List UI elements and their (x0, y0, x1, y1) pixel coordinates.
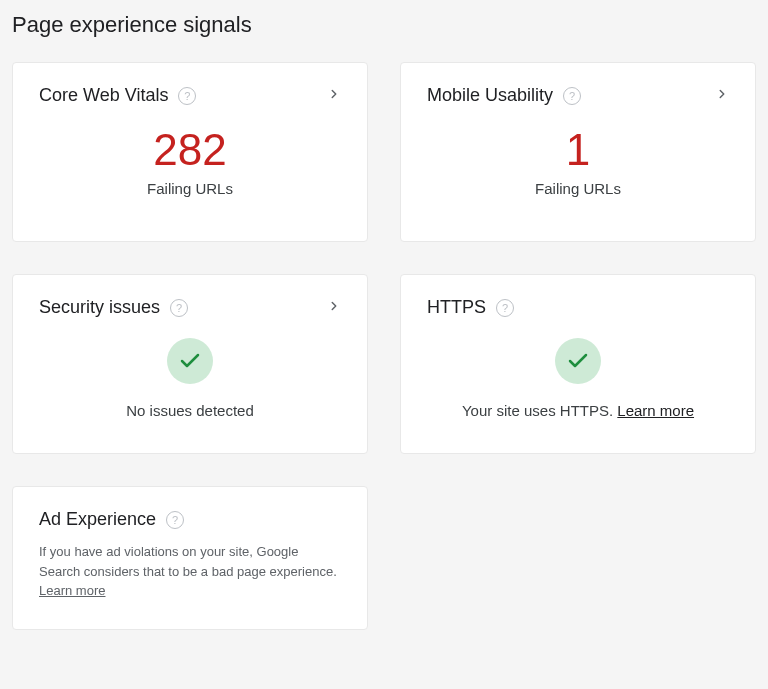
card-title: HTTPS (427, 297, 486, 318)
help-icon[interactable]: ? (178, 87, 196, 105)
card-title: Security issues (39, 297, 160, 318)
failing-urls-label: Failing URLs (39, 180, 341, 197)
card-header: Ad Experience ? (39, 509, 341, 530)
card-body: No issues detected (39, 338, 341, 419)
ad-experience-card: Ad Experience ? If you have ad violation… (12, 486, 368, 630)
card-header-left: HTTPS ? (427, 297, 514, 318)
help-icon[interactable]: ? (170, 299, 188, 317)
card-header-left: Security issues ? (39, 297, 188, 318)
ad-description-text: If you have ad violations on your site, … (39, 544, 337, 579)
chevron-right-icon (327, 87, 341, 105)
core-web-vitals-card[interactable]: Core Web Vitals ? 282 Failing URLs (12, 62, 368, 242)
failing-urls-count: 282 (39, 126, 341, 174)
card-title: Core Web Vitals (39, 85, 168, 106)
failing-urls-count: 1 (427, 126, 729, 174)
chevron-right-icon (327, 299, 341, 317)
card-body: 282 Failing URLs (39, 126, 341, 197)
security-issues-card[interactable]: Security issues ? No issues detected (12, 274, 368, 454)
check-icon (555, 338, 601, 384)
card-header-left: Mobile Usability ? (427, 85, 581, 106)
https-card: HTTPS ? Your site uses HTTPS. Learn more (400, 274, 756, 454)
ad-description: If you have ad violations on your site, … (39, 542, 341, 601)
card-title: Ad Experience (39, 509, 156, 530)
card-body: 1 Failing URLs (427, 126, 729, 197)
card-header: HTTPS ? (427, 297, 729, 318)
chevron-right-icon (715, 87, 729, 105)
check-icon (167, 338, 213, 384)
card-header: Mobile Usability ? (427, 85, 729, 106)
page-title: Page experience signals (12, 12, 756, 38)
card-header-left: Core Web Vitals ? (39, 85, 196, 106)
status-text: Your site uses HTTPS. Learn more (427, 402, 729, 419)
learn-more-link[interactable]: Learn more (39, 583, 105, 598)
card-body: Your site uses HTTPS. Learn more (427, 338, 729, 419)
help-icon[interactable]: ? (496, 299, 514, 317)
status-text: No issues detected (39, 402, 341, 419)
card-header-left: Ad Experience ? (39, 509, 184, 530)
https-status-prefix: Your site uses HTTPS. (462, 402, 617, 419)
help-icon[interactable]: ? (166, 511, 184, 529)
mobile-usability-card[interactable]: Mobile Usability ? 1 Failing URLs (400, 62, 756, 242)
card-header: Security issues ? (39, 297, 341, 318)
card-header: Core Web Vitals ? (39, 85, 341, 106)
cards-grid: Core Web Vitals ? 282 Failing URLs Mobil… (12, 62, 756, 630)
failing-urls-label: Failing URLs (427, 180, 729, 197)
help-icon[interactable]: ? (563, 87, 581, 105)
learn-more-link[interactable]: Learn more (617, 402, 694, 419)
card-title: Mobile Usability (427, 85, 553, 106)
